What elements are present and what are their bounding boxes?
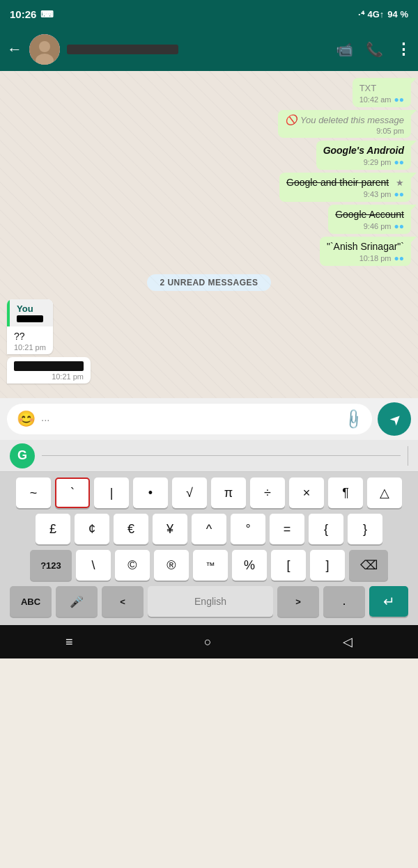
second-received-message: 10:21 pm: [7, 357, 91, 384]
header-icons: 📹 📞 ⋮: [336, 40, 411, 58]
msg-time-6: 10:18 pm ●●: [327, 253, 404, 263]
second-msg-time: 10:21 pm: [14, 372, 84, 381]
key-times[interactable]: ×: [289, 478, 324, 508]
bottom-nav: ≡ ○ ◁: [0, 625, 418, 658]
keyboard-icon: ⌨: [40, 9, 54, 19]
msg-text-anish: "`Anish Srinagar"`: [327, 241, 404, 252]
quoted-block: You: [7, 299, 53, 326]
message-anish: "`Anish Srinagar"` 10:18 pm ●●: [320, 237, 411, 266]
quoted-preview-redacted: [17, 315, 43, 322]
deleted-text: 🚫 You deleted this message: [285, 114, 404, 125]
nav-back-icon[interactable]: ◁: [343, 634, 353, 649]
key-pound[interactable]: £: [36, 514, 70, 544]
back-button[interactable]: ←: [7, 40, 22, 58]
backspace-key[interactable]: ⌫: [349, 550, 388, 581]
message-account: Google Account 9:46 pm ●●: [328, 205, 411, 234]
input-area: 😊 ··· 📎 ➤: [0, 398, 418, 440]
key-copyright[interactable]: ©: [115, 550, 150, 581]
key-row-4: ABC 🎤 < English > . ↵: [3, 586, 415, 617]
msg-body-text: ??: [14, 331, 46, 342]
key-registered[interactable]: ®: [154, 550, 189, 581]
msg-time-5: 9:46 pm ●●: [335, 221, 404, 231]
key-yen[interactable]: ¥: [153, 514, 187, 544]
message-parent: Google and their parent ★ 9:43 pm ●●: [279, 173, 411, 202]
keyboard-rows: ~ ` | • √ π ÷ × ¶ △ £ ¢ € ¥ ^ ° = { } ?1…: [0, 472, 418, 625]
chat-area: TXT 10:42 am ●● 🚫 You deleted this messa…: [0, 71, 418, 398]
key-lt[interactable]: <: [102, 586, 144, 617]
send-icon: ➤: [386, 409, 406, 429]
key-sqrt[interactable]: √: [172, 478, 207, 508]
message-input-box: 😊 ··· 📎: [7, 404, 372, 434]
avatar[interactable]: [29, 34, 60, 65]
key-mic[interactable]: 🎤: [56, 586, 98, 617]
header-bar: ← 📹 📞 ⋮: [0, 28, 418, 71]
battery: 94 %: [387, 9, 408, 19]
message-txt: TXT 10:42 am ●●: [353, 78, 411, 107]
key-cent[interactable]: ¢: [75, 514, 109, 544]
msg-body: ?? 10:21 pm: [7, 326, 53, 354]
message-android: Google's Android 9:29 pm ●●: [316, 141, 411, 170]
key-para[interactable]: ¶: [328, 478, 363, 508]
key-abc[interactable]: ABC: [10, 586, 52, 617]
emoji-button[interactable]: 😊: [17, 410, 36, 428]
send-button[interactable]: ➤: [378, 402, 411, 436]
message-deleted: 🚫 You deleted this message 9:05 pm: [278, 110, 411, 138]
key-brace-open[interactable]: {: [309, 514, 343, 544]
key-div[interactable]: ÷: [250, 478, 285, 508]
avatar-image: [29, 34, 60, 65]
key-trademark[interactable]: ™: [193, 550, 228, 581]
grammarly-divider: [42, 455, 401, 456]
key-bracket-open[interactable]: [: [271, 550, 306, 581]
nav-home-icon[interactable]: ○: [204, 635, 212, 649]
msg-body-time: 10:21 pm: [14, 343, 46, 352]
signal-icon: ·⁴: [358, 9, 364, 19]
status-bar: 10:26 ⌨ ·⁴ 4G↑ 94 %: [0, 0, 418, 28]
key-bullet[interactable]: •: [133, 478, 168, 508]
received-message-card: You ?? 10:21 pm: [7, 299, 53, 354]
status-bar-left: 10:26 ⌨: [10, 8, 54, 20]
key-bracket-close[interactable]: ]: [310, 550, 345, 581]
nav-menu-icon[interactable]: ≡: [65, 635, 73, 649]
grammarly-bar: G: [0, 440, 418, 472]
key-caret[interactable]: ^: [192, 514, 226, 544]
key-row-1: ~ ` | • √ π ÷ × ¶ △: [3, 478, 415, 508]
status-bar-right: ·⁴ 4G↑ 94 %: [358, 9, 408, 19]
key-tilde[interactable]: ~: [16, 478, 51, 508]
key-percent[interactable]: %: [232, 550, 267, 581]
enter-key[interactable]: ↵: [369, 586, 408, 617]
msg-text-italic: Google's Android: [323, 145, 404, 156]
key-euro[interactable]: €: [114, 514, 148, 544]
key-switch-numeric[interactable]: ?123: [30, 550, 72, 581]
keyboard-area: G ~ ` | • √ π ÷ × ¶ △ £ ¢ € ¥ ^ ° = {: [0, 440, 418, 625]
msg-time: 10:42 am ●●: [359, 95, 404, 104]
attachment-button[interactable]: 📎: [341, 407, 366, 432]
svg-point-1: [39, 41, 50, 52]
more-options-icon[interactable]: ⋮: [396, 40, 411, 58]
grammarly-line: [408, 446, 408, 466]
key-period[interactable]: .: [323, 586, 365, 617]
key-triangle[interactable]: △: [367, 478, 402, 508]
msg-time-4: 9:43 pm ●●: [286, 189, 404, 199]
key-backtick[interactable]: `: [55, 478, 90, 508]
key-brace-close[interactable]: }: [348, 514, 382, 544]
key-degree[interactable]: °: [231, 514, 265, 544]
spacebar[interactable]: English: [148, 586, 273, 617]
msg-text: TXT: [359, 83, 377, 93]
quoted-sender: You: [17, 303, 46, 314]
key-pipe[interactable]: |: [94, 478, 129, 508]
msg-text-strike: Google and their parent: [286, 177, 389, 188]
key-pi[interactable]: π: [211, 478, 246, 508]
redacted-content: [14, 361, 84, 371]
contact-name-area: [67, 45, 329, 54]
star-icon: ★: [396, 177, 404, 188]
key-row-3: ?123 \ © ® ™ % [ ] ⌫: [3, 550, 415, 581]
message-input[interactable]: ···: [41, 413, 339, 425]
key-gt[interactable]: >: [277, 586, 319, 617]
voice-call-icon[interactable]: 📞: [366, 41, 383, 58]
key-backslash[interactable]: \: [76, 550, 111, 581]
grammarly-icon[interactable]: G: [10, 443, 35, 468]
contact-name-redacted: [67, 45, 178, 54]
video-call-icon[interactable]: 📹: [336, 41, 353, 58]
key-equals[interactable]: =: [270, 514, 304, 544]
key-row-2: £ ¢ € ¥ ^ ° = { }: [3, 514, 415, 544]
